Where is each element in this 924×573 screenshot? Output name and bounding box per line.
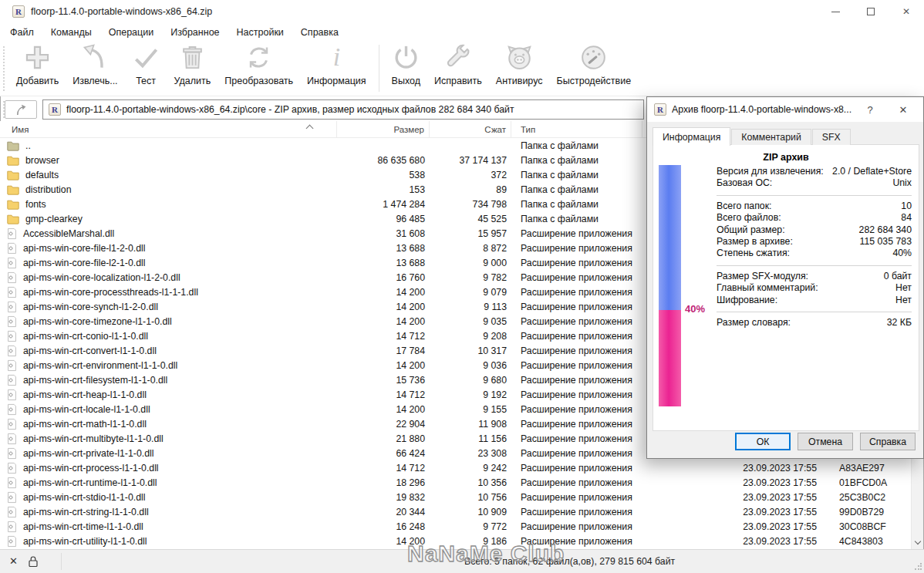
file-packed-cell: 9 208 xyxy=(430,331,511,342)
cancel-button[interactable]: Отмена xyxy=(798,433,853,450)
benchmark-button[interactable]: Быстродействие xyxy=(550,41,639,96)
table-row[interactable]: api-ms-win-crt-runtime-l1-1-0.dll18 2961… xyxy=(0,475,911,490)
file-packed-cell: 9 772 xyxy=(430,521,511,532)
file-packed-cell: 45 525 xyxy=(430,214,511,224)
dll-file-icon xyxy=(7,506,17,518)
tab-info[interactable]: Информация xyxy=(653,127,730,146)
toolbar-grip[interactable] xyxy=(3,46,5,91)
repair-button[interactable]: Исправить xyxy=(427,41,489,96)
property-row: Степень сжатия:40% xyxy=(717,248,912,259)
dll-file-icon xyxy=(7,359,17,372)
archive-info-dialog: R Архив floorp-11.4.0-portable-windows-x… xyxy=(646,96,924,459)
toolbar-separator xyxy=(379,45,379,92)
extract-button[interactable]: Извлечь... xyxy=(66,41,124,96)
field-group-separator xyxy=(717,265,912,266)
file-size-cell: 86 635 680 xyxy=(337,155,430,166)
maximize-button[interactable] xyxy=(853,0,889,23)
property-label: Размер в архиве: xyxy=(717,236,793,248)
file-packed-cell: 9 113 xyxy=(430,302,511,312)
file-name-cell: AccessibleMarshal.dll xyxy=(0,228,337,240)
file-type-cell: Расширение приложения xyxy=(511,287,642,298)
file-name: api-ms-win-core-processthreads-l1-1-1.dl… xyxy=(23,287,198,298)
column-header-packed[interactable]: Сжат xyxy=(430,121,511,137)
delete-button-label: Удалить xyxy=(174,76,211,86)
repair-icon xyxy=(443,43,472,75)
exit-button[interactable]: Выход xyxy=(385,41,427,96)
dll-file-icon xyxy=(7,535,17,548)
file-packed-cell: 23 308 xyxy=(430,448,511,459)
close-button[interactable]: ✕ xyxy=(889,0,924,23)
property-row: Шифрование:Нет xyxy=(717,295,912,306)
menu-item-operations[interactable]: Операции xyxy=(100,25,162,40)
dll-file-icon xyxy=(7,433,17,445)
scroll-down-button[interactable] xyxy=(912,536,923,549)
dialog-help-button[interactable]: ? xyxy=(857,97,883,122)
ok-button[interactable]: ОК xyxy=(735,433,791,450)
dll-file-icon xyxy=(7,447,17,460)
file-name-cell: fonts xyxy=(0,199,337,210)
table-row[interactable]: api-ms-win-crt-time-l1-1-0.dll16 2489 77… xyxy=(0,519,911,534)
file-name-cell: api-ms-win-crt-time-l1-1-0.dll xyxy=(0,521,337,533)
tab-sfx[interactable]: SFX xyxy=(812,129,851,145)
file-name: api-ms-win-core-localization-l1-2-0.dll xyxy=(23,272,180,283)
delete-button[interactable]: Удалить xyxy=(167,41,218,96)
table-row[interactable]: api-ms-win-crt-utility-l1-1-0.dll14 2009… xyxy=(0,534,911,548)
lock-icon[interactable] xyxy=(28,555,39,570)
file-packed-cell: 8 872 xyxy=(430,243,511,254)
test-icon xyxy=(132,43,160,75)
table-row[interactable]: api-ms-win-crt-stdio-l1-1-0.dll19 83210 … xyxy=(0,490,911,504)
property-row: Всего папок:10 xyxy=(717,201,912,212)
folder-icon xyxy=(7,214,19,224)
menu-item-commands[interactable]: Команды xyxy=(42,25,100,40)
property-value: 0 байт xyxy=(884,271,912,282)
dialog-close-button[interactable]: ✕ xyxy=(888,97,919,122)
file-name: api-ms-win-core-timezone-l1-1-0.dll xyxy=(23,316,172,327)
column-header-name[interactable]: Имя xyxy=(0,121,337,137)
resize-grip[interactable] xyxy=(914,563,922,571)
address-dropdown[interactable]: R floorp-11.4.0-portable-windows-x86_64.… xyxy=(42,99,644,120)
convert-button[interactable]: Преобразовать xyxy=(218,41,300,96)
file-packed-cell: 9 680 xyxy=(430,375,511,386)
tab-comment[interactable]: Комментарий xyxy=(731,129,811,145)
menu-item-options[interactable]: Настройки xyxy=(228,25,292,40)
property-value: 115 035 783 xyxy=(860,236,912,248)
table-row[interactable]: api-ms-win-crt-string-l1-1-0.dll20 34410… xyxy=(0,504,911,519)
antivirus-button[interactable]: Антивирус xyxy=(489,41,550,96)
file-crc-cell: 99D0B729 xyxy=(823,507,911,517)
file-packed-cell: 9 192 xyxy=(430,389,511,400)
add-button[interactable]: Добавить xyxy=(9,41,66,96)
status-error-icon[interactable]: ✕ xyxy=(9,555,18,567)
minimize-button[interactable] xyxy=(818,0,853,23)
file-size-cell: 153 xyxy=(337,184,430,195)
file-name: fonts xyxy=(25,199,46,210)
help-button[interactable]: Справка xyxy=(860,433,916,450)
info-button[interactable]: iИнформация xyxy=(300,41,373,96)
table-row[interactable]: api-ms-win-crt-process-l1-1-0.dll14 7129… xyxy=(0,460,911,475)
file-type-cell: Папка с файлами xyxy=(511,140,642,151)
file-modified-cell: 23.09.2023 17:55 xyxy=(642,521,823,532)
up-one-level-button[interactable] xyxy=(5,100,37,119)
property-row: Версия для извлечения:2.0 / Deflate+Stor… xyxy=(717,166,912,177)
column-header-size[interactable]: Размер xyxy=(337,121,430,137)
file-name: api-ms-win-core-file-l1-2-0.dll xyxy=(23,243,146,254)
dialog-tabs: ИнформацияКомментарийSFX xyxy=(653,127,851,145)
column-header-type[interactable]: Тип xyxy=(511,121,642,137)
test-button[interactable]: Тест xyxy=(125,41,167,96)
file-name: api-ms-win-crt-multibyte-l1-1-0.dll xyxy=(23,433,164,444)
file-name-cell: api-ms-win-crt-multibyte-l1-1-0.dll xyxy=(0,433,337,445)
property-label: Шифрование: xyxy=(717,295,777,306)
file-type-cell: Папка с файлами xyxy=(511,214,642,224)
menu-item-favorites[interactable]: Избранное xyxy=(162,25,228,40)
archive-type-heading: ZIP архив xyxy=(653,152,919,163)
file-size-cell: 14 200 xyxy=(337,360,430,371)
ratio-bar-compressed-part xyxy=(659,165,681,310)
file-name-cell: api-ms-win-crt-utility-l1-1-0.dll xyxy=(0,535,337,548)
property-row: Размер SFX-модуля:0 байт xyxy=(717,271,912,282)
menu-item-help[interactable]: Справка xyxy=(292,25,347,40)
file-modified-cell: 23.09.2023 17:55 xyxy=(642,492,823,503)
property-row: Главный комментарий:Нет xyxy=(717,282,912,294)
dll-file-icon xyxy=(7,330,17,342)
dll-file-icon xyxy=(7,242,17,254)
menu-item-file[interactable]: Файл xyxy=(2,25,42,40)
convert-icon xyxy=(244,43,273,75)
